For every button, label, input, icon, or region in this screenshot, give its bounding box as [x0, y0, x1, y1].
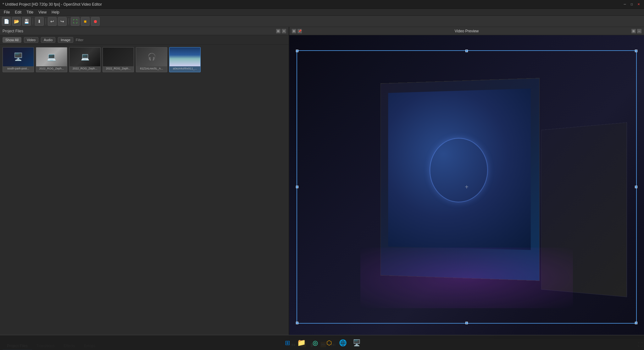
video-canvas[interactable]: [289, 35, 644, 339]
media-thumb-label-4: 2022_ROG_Zeph...: [103, 66, 134, 71]
media-thumb-6[interactable]: a0ez44uhhx911_...: [169, 47, 201, 72]
minimize-button[interactable]: ─: [622, 2, 628, 7]
record-button[interactable]: ⏺: [91, 17, 100, 26]
menu-help[interactable]: Help: [49, 9, 62, 15]
taskbar-firefox[interactable]: 🌐: [336, 336, 349, 349]
maximize-button[interactable]: □: [629, 2, 635, 7]
media-thumb-2[interactable]: 2022_ROG_Zeph...: [36, 47, 67, 72]
taskbar: ⊞ 📁 ◎ ⬡ 🌐 🖥️: [0, 335, 644, 350]
media-thumb-5[interactable]: 61Z1nLnoc5L_A...: [136, 47, 167, 72]
media-thumb-label-5: 61Z1nLnoc5L_A...: [136, 66, 167, 71]
video-content: [289, 35, 644, 339]
close-button[interactable]: ✕: [636, 2, 641, 7]
project-files-header: Project Files ⊞ ≡: [0, 27, 289, 35]
fullscreen-button[interactable]: ⛶: [71, 17, 80, 26]
video-panel-pin-btn[interactable]: 📌: [297, 29, 302, 33]
panel-list-btn[interactable]: ≡: [282, 29, 286, 33]
taskbar-explorer[interactable]: 📁: [295, 336, 308, 349]
toolbar-sep-2: [46, 18, 46, 25]
import-button[interactable]: ⬇: [35, 17, 44, 26]
taskbar-chromium[interactable]: ◎: [309, 336, 321, 349]
menu-file[interactable]: File: [1, 9, 12, 15]
taskbar-system[interactable]: 🖥️: [350, 336, 363, 349]
taskbar-windows[interactable]: ⊞: [281, 336, 294, 349]
media-thumb-4[interactable]: 2022_ROG_Zeph...: [103, 47, 134, 72]
redo-button[interactable]: ↪: [58, 17, 67, 26]
project-files-content: south-park-post... 2022_ROG_Zeph... 2022…: [0, 45, 289, 340]
media-thumb-1[interactable]: south-park-post...: [3, 47, 34, 72]
menu-edit[interactable]: Edit: [12, 9, 24, 15]
media-thumb-label-3: 2022_ROG_Zeph...: [69, 66, 100, 71]
video-preview-title: Video Preview: [455, 29, 479, 33]
open-button[interactable]: 📂: [12, 17, 21, 26]
video-panel-ctrl2[interactable]: ─: [637, 29, 641, 33]
media-thumb-3[interactable]: 2022_ROG_Zeph...: [69, 47, 101, 72]
save-button[interactable]: 💾: [22, 17, 31, 26]
preview-glow: [360, 248, 573, 308]
video-panel-ctrl1[interactable]: ⊞: [631, 29, 636, 33]
panel-grid-btn[interactable]: ⊞: [276, 29, 280, 33]
menubar: File Edit Title View Help: [0, 9, 644, 16]
filter-audio[interactable]: Audio: [41, 37, 55, 43]
preview-laptop-screen: [388, 89, 531, 250]
filter-show-all[interactable]: Show All: [3, 37, 21, 43]
filter-label: Filter: [76, 38, 83, 42]
window-controls: ─ □ ✕: [622, 2, 641, 7]
toolbar-sep-1: [33, 18, 33, 25]
filter-video[interactable]: Video: [24, 37, 38, 43]
toolbar-sep-3: [69, 18, 69, 25]
window-title: * Untitled Project [HD 720p 30 fps] - Op…: [3, 2, 102, 7]
media-thumb-label-1: south-park-post...: [3, 66, 34, 71]
main-layout: Project Files ⊞ ≡ Show All Video Audio I…: [0, 27, 644, 350]
menu-title[interactable]: Title: [24, 9, 36, 15]
media-thumb-label-2: 2022_ROG_Zeph...: [36, 66, 67, 71]
media-thumb-label-6: a0ez44uhhx911_...: [169, 66, 200, 71]
undo-button[interactable]: ↩: [48, 17, 57, 26]
video-preview-header: ⊞ 📌 Video Preview ⊞ ─: [289, 27, 644, 35]
panel-controls: ⊞ ≡: [276, 29, 286, 33]
right-panel: ⊞ 📌 Video Preview ⊞ ─: [289, 27, 644, 350]
new-button[interactable]: 📄: [2, 17, 11, 26]
filter-bar: Show All Video Audio Image Filter: [0, 35, 289, 45]
left-panel: Project Files ⊞ ≡ Show All Video Audio I…: [0, 27, 289, 350]
menu-view[interactable]: View: [36, 9, 49, 15]
titlebar: * Untitled Project [HD 720p 30 fps] - Op…: [0, 0, 644, 9]
filter-image[interactable]: Image: [58, 37, 73, 43]
taskbar-openshot[interactable]: ⬡: [323, 336, 335, 349]
main-toolbar: 📄 📂 💾 ⬇ ↩ ↪ ⛶ ■ ⏺: [0, 16, 644, 27]
project-files-title: Project Files: [3, 29, 23, 33]
export-button[interactable]: ■: [81, 17, 90, 26]
video-panel-float-btn[interactable]: ⊞: [292, 29, 296, 33]
